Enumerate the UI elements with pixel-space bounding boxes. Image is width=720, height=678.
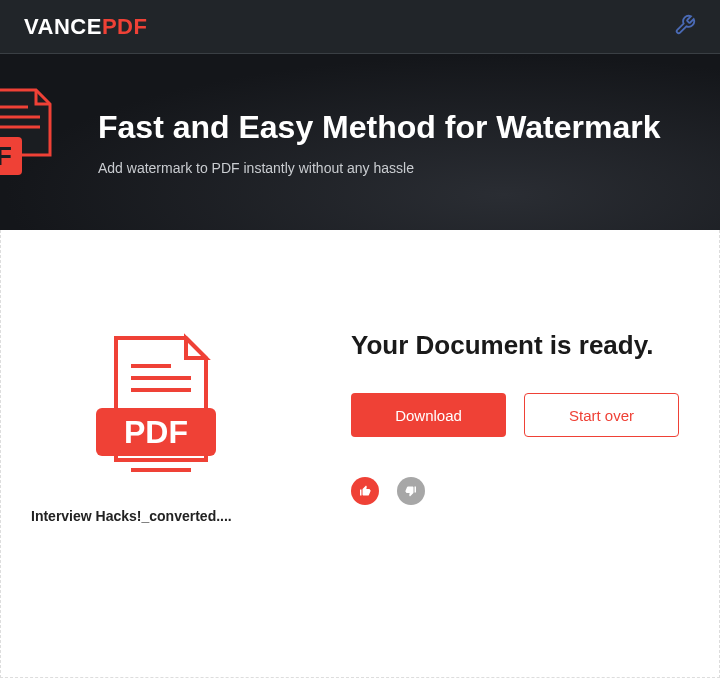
action-column: Your Document is ready. Download Start o… — [351, 290, 689, 505]
feedback-row — [351, 477, 689, 505]
logo[interactable]: VANCEPDF — [24, 14, 147, 40]
pdf-file-icon: PDF — [76, 330, 236, 490]
ready-title: Your Document is ready. — [351, 330, 689, 361]
thumbs-down-icon — [405, 485, 417, 497]
thumbs-up-button[interactable] — [351, 477, 379, 505]
hero-text: Fast and Easy Method for Watermark Add w… — [98, 109, 661, 176]
pdf-badge-text: PDF — [0, 141, 12, 171]
thumbs-up-icon — [359, 485, 371, 497]
wrench-icon[interactable] — [674, 14, 696, 40]
document-column: PDF Interview Hacks!_converted.... — [31, 290, 281, 524]
logo-part1: VANCE — [24, 14, 102, 39]
hero-section: PDF Fast and Easy Method for Watermark A… — [0, 54, 720, 230]
pdf-hero-icon: PDF — [0, 85, 70, 199]
start-over-button[interactable]: Start over — [524, 393, 679, 437]
logo-part2: PDF — [102, 14, 148, 39]
result-card: PDF Interview Hacks!_converted.... Your … — [0, 230, 720, 678]
app-header: VANCEPDF — [0, 0, 720, 54]
filename-label: Interview Hacks!_converted.... — [31, 508, 232, 524]
button-row: Download Start over — [351, 393, 689, 437]
hero-subtitle: Add watermark to PDF instantly without a… — [98, 160, 661, 176]
download-button[interactable]: Download — [351, 393, 506, 437]
svg-text:PDF: PDF — [124, 414, 188, 450]
thumbs-down-button[interactable] — [397, 477, 425, 505]
hero-title: Fast and Easy Method for Watermark — [98, 109, 661, 146]
